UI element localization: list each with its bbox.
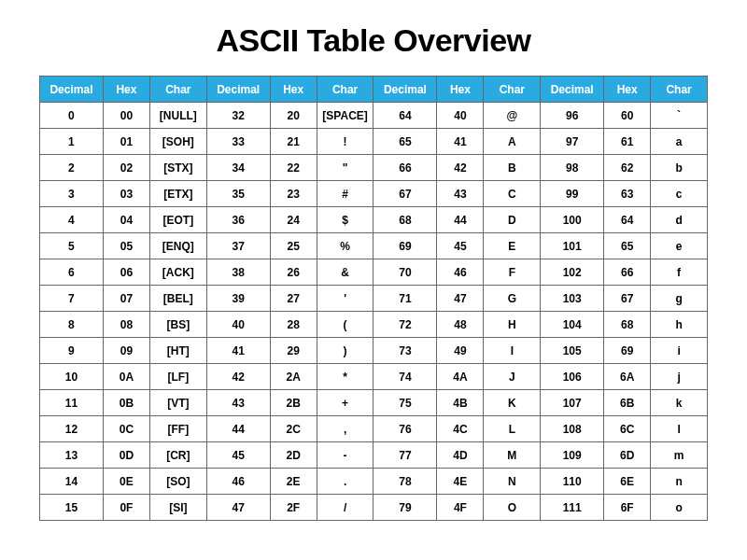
cell-hex: 2C [270,416,317,442]
table-row: 505[ENQ]3725%6945E10165e [40,233,708,259]
cell-hex: 61 [604,129,651,155]
cell-char: . [317,469,374,495]
cell-char: / [317,495,374,521]
cell-dec: 37 [206,233,270,259]
cell-dec: 34 [206,155,270,181]
cell-dec: 45 [206,442,270,469]
cell-hex: 2E [270,469,317,495]
col-header-char: Char [484,77,541,103]
cell-hex: 2A [270,364,317,390]
cell-hex: 4B [437,390,484,416]
cell-char: [ENQ] [149,233,206,259]
cell-char: - [317,442,374,469]
cell-dec: 99 [541,181,604,207]
cell-char: * [317,364,374,390]
cell-char: k [651,390,708,416]
cell-hex: 67 [604,286,651,312]
table-row: 150F[SI]472F/794FO1116Fo [40,495,708,521]
cell-char: C [484,181,541,207]
cell-dec: 74 [374,364,437,390]
cell-hex: 0A [103,364,149,390]
table-row: 909[HT]4129)7349I10569i [40,338,708,364]
cell-dec: 111 [541,495,604,521]
cell-dec: 96 [541,103,604,129]
cell-hex: 46 [437,259,484,286]
cell-dec: 76 [374,416,437,442]
cell-dec: 33 [206,129,270,155]
cell-dec: 12 [40,416,104,442]
cell-char: K [484,390,541,416]
cell-hex: 27 [270,286,317,312]
table-row: 707[BEL]3927'7147G10367g [40,286,708,312]
cell-dec: 109 [541,442,604,469]
cell-hex: 45 [437,233,484,259]
cell-char: d [651,207,708,233]
cell-dec: 66 [374,155,437,181]
cell-hex: 60 [604,103,651,129]
table-row: 404[EOT]3624$6844D10064d [40,207,708,233]
cell-hex: 48 [437,312,484,338]
cell-dec: 39 [206,286,270,312]
cell-dec: 6 [40,259,104,286]
cell-dec: 64 [374,103,437,129]
col-header-char: Char [149,77,206,103]
cell-dec: 40 [206,312,270,338]
cell-dec: 38 [206,259,270,286]
table-header: DecimalHexCharDecimalHexCharDecimalHexCh… [40,77,708,103]
cell-hex: 0F [103,495,149,521]
cell-hex: 42 [437,155,484,181]
cell-hex: 09 [103,338,149,364]
cell-char: [SPACE] [317,103,374,129]
col-header-hex: Hex [270,77,317,103]
cell-hex: 65 [604,233,651,259]
cell-char: ! [317,129,374,155]
cell-char: " [317,155,374,181]
cell-hex: 25 [270,233,317,259]
table-row: 101[SOH]3321!6541A9761a [40,129,708,155]
col-header-decimal: Decimal [541,77,604,103]
cell-char: M [484,442,541,469]
cell-hex: 0C [103,416,149,442]
cell-char: [NULL] [149,103,206,129]
cell-dec: 5 [40,233,104,259]
cell-hex: 04 [103,207,149,233]
col-header-hex: Hex [103,77,149,103]
ascii-table: DecimalHexCharDecimalHexCharDecimalHexCh… [39,76,708,521]
cell-char: f [651,259,708,286]
cell-hex: 69 [604,338,651,364]
cell-dec: 69 [374,233,437,259]
cell-hex: 20 [270,103,317,129]
cell-hex: 6C [604,416,651,442]
cell-dec: 106 [541,364,604,390]
cell-char: m [651,442,708,469]
cell-dec: 42 [206,364,270,390]
cell-char: n [651,469,708,495]
cell-dec: 11 [40,390,104,416]
table-row: 110B[VT]432B+754BK1076Bk [40,390,708,416]
cell-hex: 00 [103,103,149,129]
cell-dec: 110 [541,469,604,495]
cell-char: [BEL] [149,286,206,312]
cell-char: e [651,233,708,259]
cell-dec: 36 [206,207,270,233]
cell-char: F [484,259,541,286]
cell-dec: 102 [541,259,604,286]
cell-dec: 1 [40,129,104,155]
cell-char: l [651,416,708,442]
cell-char: i [651,338,708,364]
cell-dec: 105 [541,338,604,364]
cell-hex: 28 [270,312,317,338]
cell-hex: 29 [270,338,317,364]
cell-dec: 3 [40,181,104,207]
cell-dec: 104 [541,312,604,338]
cell-char: [EOT] [149,207,206,233]
cell-dec: 100 [541,207,604,233]
cell-dec: 10 [40,364,104,390]
cell-hex: 41 [437,129,484,155]
cell-char: [SOH] [149,129,206,155]
col-header-char: Char [317,77,374,103]
cell-char: ( [317,312,374,338]
cell-hex: 23 [270,181,317,207]
cell-hex: 66 [604,259,651,286]
cell-hex: 0B [103,390,149,416]
